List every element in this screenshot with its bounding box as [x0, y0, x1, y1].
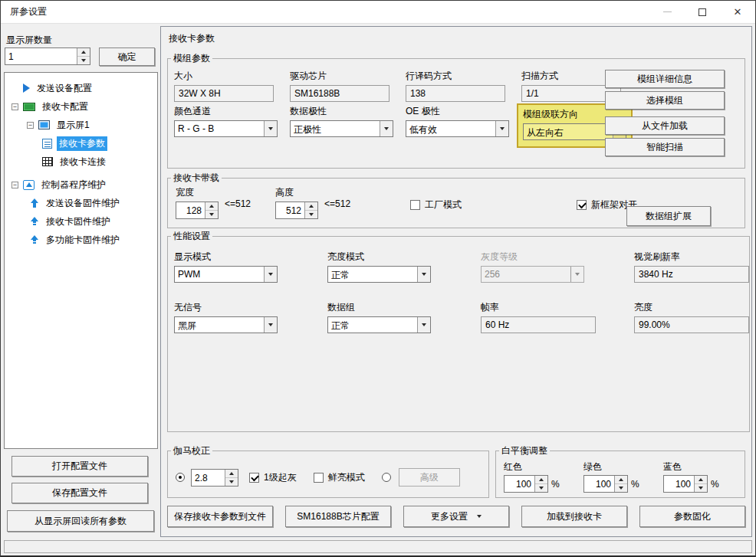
gamma-value[interactable]: 2.8	[192, 470, 225, 486]
performance-legend: 性能设置	[171, 230, 212, 243]
readback-all-params-button[interactable]: 从显示屏回读所有参数	[7, 510, 154, 532]
spin-down-button[interactable]	[535, 483, 547, 492]
gamma-stepper[interactable]: 2.8	[191, 469, 238, 487]
spin-down-button[interactable]	[205, 210, 218, 218]
screen-count-stepper[interactable]: 1	[5, 48, 90, 65]
blue-stepper[interactable]: 100	[663, 475, 708, 493]
save-config-file-button[interactable]: 保存配置文件	[12, 483, 148, 503]
brightness-field: 99.00%	[634, 316, 749, 333]
spin-down-button[interactable]	[305, 210, 317, 218]
maximize-button[interactable]	[685, 1, 720, 23]
minimize-button	[649, 1, 685, 23]
display-mode-value: PWM	[175, 267, 264, 282]
width-value[interactable]: 128	[176, 202, 205, 218]
close-button[interactable]: ✕	[720, 1, 755, 23]
tree-item-receiver-card-connection[interactable]: 接收卡连接	[5, 152, 157, 171]
chevron-down-icon[interactable]	[264, 317, 277, 333]
tree-item-multifunction-card-firmware[interactable]: 多功能卡固件维护	[5, 231, 157, 249]
gamma-value-radio[interactable]	[176, 473, 185, 482]
size-label: 大小	[174, 70, 290, 83]
oe-polarity-value: 低有效	[406, 121, 495, 136]
tree-item-send-device-config[interactable]: 发送设备配置	[5, 79, 157, 97]
collapse-expander-icon[interactable]: −	[12, 103, 18, 110]
percent-label: %	[551, 479, 560, 490]
smart-scan-button[interactable]: 智能扫描	[605, 138, 725, 156]
vivid-mode-checkbox[interactable]: 鲜亮模式	[314, 471, 365, 484]
display-mode-select[interactable]: PWM	[174, 266, 278, 283]
color-channel-select[interactable]: R - G - B	[174, 120, 278, 137]
solidify-params-button[interactable]: 参数固化	[639, 506, 745, 527]
chevron-down-icon[interactable]	[264, 121, 277, 136]
chevron-down-icon[interactable]	[495, 121, 508, 136]
red-value[interactable]: 100	[505, 476, 534, 492]
height-stepper[interactable]: 512	[275, 202, 318, 219]
more-settings-button[interactable]: 更多设置	[403, 506, 509, 527]
spin-down-button[interactable]	[615, 483, 627, 492]
open-config-file-button[interactable]: 打开配置文件	[12, 456, 148, 477]
tree-item-receiver-card-firmware[interactable]: 接收卡固件维护	[5, 212, 157, 231]
maximize-icon	[698, 8, 706, 16]
collapse-expander-icon[interactable]: −	[27, 122, 34, 129]
spin-up-button[interactable]	[615, 476, 627, 483]
chevron-down-icon[interactable]	[380, 121, 393, 136]
confirm-button[interactable]: 确定	[99, 48, 155, 66]
red-stepper[interactable]: 100	[504, 475, 548, 493]
load-to-receiver-card-button[interactable]: 加载到接收卡	[521, 506, 627, 527]
data-group-select[interactable]: 正常	[327, 316, 431, 333]
screen-count-value[interactable]: 1	[5, 48, 77, 64]
chip-config-button[interactable]: SM16188B芯片配置	[285, 506, 391, 527]
module-details-button[interactable]: 模组详细信息	[605, 70, 725, 88]
tree-item-send-device-firmware[interactable]: 发送设备固件维护	[5, 194, 157, 212]
card-load-group: 接收卡带载 宽度 128 <=512 高度 512	[167, 172, 745, 228]
factory-mode-checkbox[interactable]: 工厂模式	[410, 198, 462, 211]
performance-group: 性能设置 显示模式 PWM 亮度模式 正常 灰度	[167, 230, 750, 432]
upload-arrow-icon	[30, 217, 39, 227]
no-signal-value: 黑屏	[175, 317, 264, 333]
tree-item-receiver-card-params[interactable]: 接收卡参数	[5, 134, 157, 152]
chevron-down-icon[interactable]	[264, 267, 277, 282]
oe-polarity-select[interactable]: 低有效	[406, 120, 509, 137]
data-polarity-select[interactable]: 正极性	[290, 120, 393, 137]
chevron-down-icon[interactable]	[417, 317, 430, 333]
gamma-group: 伽马校正 2.8 1级起灰 鲜亮模式	[167, 444, 489, 498]
collapse-expander-icon[interactable]: −	[12, 182, 18, 188]
status-bar	[4, 540, 752, 553]
checkbox-icon	[314, 473, 324, 483]
tree-item-label: 发送设备固件维护	[44, 196, 122, 211]
gray-level-label: 灰度等级	[481, 251, 634, 264]
width-stepper[interactable]: 128	[176, 202, 219, 219]
spin-up-button[interactable]	[695, 476, 707, 483]
spin-up-button[interactable]	[305, 202, 317, 210]
tree-item-receiver-card-config[interactable]: − 接收卡配置	[5, 97, 157, 116]
load-from-file-button[interactable]: 从文件加载	[605, 116, 725, 135]
height-label: 高度	[275, 186, 318, 199]
spin-down-button[interactable]	[695, 483, 707, 492]
select-module-button[interactable]: 选择模组	[605, 91, 725, 110]
spin-up-button[interactable]	[77, 48, 90, 56]
spin-up-icon	[81, 51, 86, 54]
no-signal-select[interactable]: 黑屏	[174, 316, 278, 333]
display-mode-label: 显示模式	[174, 251, 327, 264]
height-value[interactable]: 512	[276, 202, 304, 218]
spin-up-button[interactable]	[225, 470, 238, 477]
screen-params-dialog: 屏参设置 ✕ 显示屏数量 1 确定 发送设备配置 − 接收卡配置 −	[0, 0, 756, 557]
gamma-advanced-radio[interactable]	[382, 473, 391, 482]
frame-rate-field: 60 Hz	[481, 316, 596, 333]
green-value[interactable]: 100	[584, 476, 614, 492]
green-stepper[interactable]: 100	[583, 475, 628, 493]
spin-up-button[interactable]	[535, 476, 547, 483]
data-group-expand-button[interactable]: 数据组扩展	[626, 206, 711, 226]
blue-value[interactable]: 100	[664, 476, 694, 492]
chevron-down-icon[interactable]	[417, 267, 430, 282]
checkbox-icon	[410, 200, 420, 210]
save-params-to-file-button[interactable]: 保存接收卡参数到文件	[167, 506, 273, 527]
percent-label: %	[711, 479, 719, 490]
tree-item-display-screen-1[interactable]: − 显示屏1	[5, 116, 157, 134]
spin-down-button[interactable]	[225, 477, 238, 486]
gray-start-checkbox[interactable]: 1级起灰	[249, 471, 297, 484]
spin-up-button[interactable]	[205, 202, 218, 210]
brightness-mode-select[interactable]: 正常	[327, 266, 431, 283]
spin-down-button[interactable]	[77, 56, 90, 64]
tree-item-controller-maintenance[interactable]: − 控制器程序维护	[5, 175, 157, 194]
spin-down-icon	[81, 59, 86, 62]
